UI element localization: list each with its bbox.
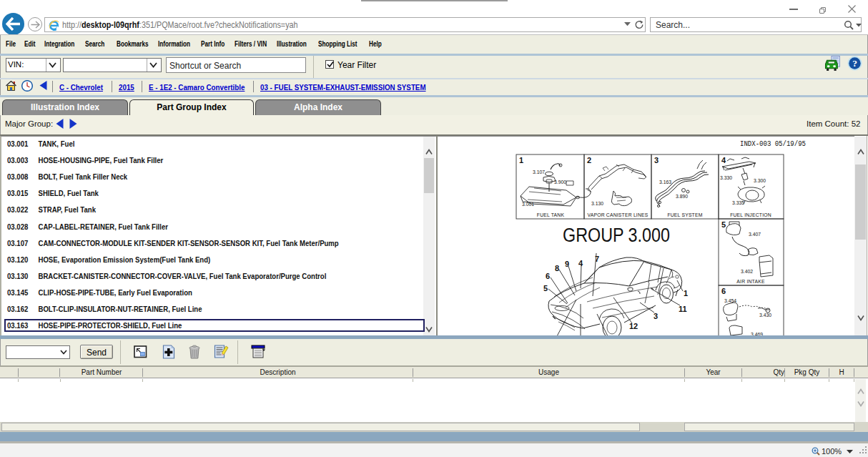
- svg-text:3.407: 3.407: [749, 232, 761, 237]
- svg-text:2: 2: [587, 156, 591, 164]
- svg-text:3.130: 3.130: [591, 201, 603, 206]
- svg-text:?: ?: [852, 58, 857, 69]
- svg-text:1: 1: [519, 156, 523, 164]
- svg-text:12: 12: [629, 322, 638, 330]
- svg-text:VAPOR CANISTER LINES: VAPOR CANISTER LINES: [587, 212, 648, 217]
- svg-text:3.900: 3.900: [554, 180, 566, 185]
- svg-text:3: 3: [654, 156, 659, 164]
- svg-text:3.430: 3.430: [759, 313, 771, 318]
- svg-text:3.335: 3.335: [732, 200, 744, 205]
- svg-text:3.300: 3.300: [754, 178, 766, 183]
- svg-text:7: 7: [595, 255, 599, 263]
- svg-text:3.330: 3.330: [720, 175, 732, 180]
- svg-text:FUEL INJECTION: FUEL INJECTION: [730, 212, 771, 217]
- svg-text:4: 4: [578, 259, 583, 267]
- svg-text:3.163: 3.163: [659, 180, 671, 185]
- svg-text:6: 6: [721, 287, 726, 295]
- svg-text:3.890: 3.890: [676, 194, 688, 199]
- svg-text:1: 1: [684, 289, 688, 298]
- svg-text:9: 9: [565, 260, 569, 268]
- svg-text:3: 3: [654, 312, 658, 320]
- svg-text:FUEL TANK: FUEL TANK: [537, 212, 565, 217]
- svg-text:AIR INTAKE: AIR INTAKE: [736, 279, 765, 284]
- svg-text:INDX-003 05/19/95: INDX-003 05/19/95: [740, 140, 806, 148]
- svg-text:5: 5: [543, 284, 548, 293]
- svg-text:3.402: 3.402: [741, 269, 753, 274]
- svg-text:4: 4: [721, 156, 726, 164]
- svg-text:8: 8: [555, 264, 559, 272]
- svg-text:5: 5: [721, 220, 726, 229]
- svg-text:GROUP 3.000: GROUP 3.000: [563, 225, 670, 246]
- svg-text:11: 11: [679, 305, 687, 313]
- svg-text:3.107: 3.107: [533, 169, 545, 175]
- svg-text:FUEL SYSTEM: FUEL SYSTEM: [667, 212, 702, 217]
- svg-text:6: 6: [546, 272, 550, 280]
